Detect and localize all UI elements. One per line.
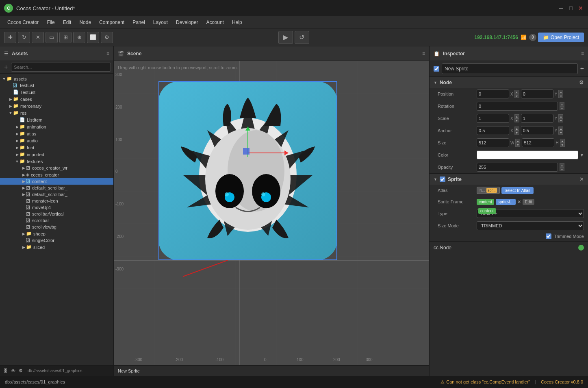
- frame-button[interactable]: ⬜: [87, 32, 99, 43]
- tree-arrow[interactable]: ▶: [8, 104, 13, 109]
- tree-arrow[interactable]: ▶: [15, 124, 20, 129]
- status-eye-icon[interactable]: 👁: [11, 368, 15, 373]
- anchor-y-spinner[interactable]: ▲ ▼: [558, 126, 563, 135]
- position-x-input[interactable]: [477, 89, 509, 98]
- tree-item-imported[interactable]: ▶ 📁 imported: [0, 151, 113, 158]
- tree-item-cases[interactable]: ▶ 📁 cases: [0, 96, 113, 102]
- position-y-spinner[interactable]: ▲ ▼: [558, 90, 563, 98]
- tree-item-res[interactable]: ▼ 📁 res: [0, 109, 113, 116]
- tree-arrow[interactable]: ▼: [8, 111, 13, 116]
- tree-item-scrollbar2[interactable]: ▶ 🖼 default_scrollbar_: [0, 191, 113, 198]
- tree-arrow[interactable]: ▶: [15, 138, 20, 143]
- tree-arrow[interactable]: ▶: [21, 172, 26, 177]
- tree-item-animation[interactable]: ▶ 📁 animation: [0, 123, 113, 130]
- size-w-input[interactable]: [477, 138, 509, 147]
- tree-item-scrollviewbg[interactable]: ▶ 🖼 scrollviewbg: [0, 224, 113, 230]
- tree-item-moveup1[interactable]: ▶ 🖼 moveUp1: [0, 204, 113, 211]
- grid-button[interactable]: ⊞: [59, 32, 72, 43]
- menu-developer[interactable]: Developer: [172, 18, 202, 27]
- tree-arrow[interactable]: ▶: [15, 152, 20, 157]
- menu-account[interactable]: Account: [202, 18, 228, 27]
- maximize-button[interactable]: □: [568, 5, 574, 11]
- tree-item-sliced[interactable]: ▶ 📁 sliced: [0, 244, 113, 251]
- color-swatch[interactable]: [477, 150, 578, 159]
- scale-x-up[interactable]: ▲: [514, 114, 519, 118]
- tree-arrow[interactable]: ▶: [15, 131, 20, 136]
- tree-arrow[interactable]: ▶: [21, 179, 26, 184]
- anchor-y-input[interactable]: [521, 126, 553, 135]
- menu-panel[interactable]: Panel: [128, 18, 149, 27]
- opacity-input[interactable]: [477, 163, 558, 172]
- transform-button[interactable]: ✕: [32, 32, 44, 43]
- menu-layout[interactable]: Layout: [149, 18, 172, 27]
- menu-edit[interactable]: Edit: [59, 18, 76, 27]
- tree-item-testlist-file[interactable]: ▶ 📄 TestList: [0, 89, 113, 96]
- tree-item-cocos-creator[interactable]: ▶ ◈ cocos_creator: [0, 171, 113, 178]
- tree-item-audio[interactable]: ▶ 📁 audio: [0, 137, 113, 144]
- select-in-atlas-button[interactable]: Select In Atlas: [501, 187, 534, 194]
- opacity-up[interactable]: ▲: [560, 163, 564, 167]
- menu-component[interactable]: Component: [95, 18, 128, 27]
- anchor-x-down[interactable]: ▼: [514, 131, 519, 135]
- tree-arrow[interactable]: ▶: [15, 145, 20, 150]
- anchor-x-spinner[interactable]: ▲ ▼: [514, 126, 519, 135]
- tree-item-assets[interactable]: ▼ 📁 assets: [0, 75, 113, 82]
- tree-arrow[interactable]: ▶: [21, 231, 26, 236]
- rotation-spinner[interactable]: ▲ ▼: [560, 102, 564, 110]
- assets-search-input[interactable]: [11, 63, 111, 72]
- position-y-input[interactable]: [521, 89, 553, 98]
- reload-button[interactable]: ↺: [295, 31, 309, 44]
- scene-viewport[interactable]: Drag with right mouse button to pan view…: [114, 61, 429, 365]
- tree-item-listitem[interactable]: ▶ 📄 ListItem: [0, 116, 113, 123]
- status-db-icon[interactable]: 🗄: [3, 368, 8, 373]
- inspector-panel-menu[interactable]: ≡: [581, 51, 584, 57]
- scale-y-down[interactable]: ▼: [558, 118, 563, 122]
- tree-arrow[interactable]: ▶: [21, 185, 26, 190]
- tree-item-scrollbar1[interactable]: ▶ 🖼 default_scrollbar_: [0, 185, 113, 191]
- status-settings-icon[interactable]: ⚙: [19, 368, 23, 373]
- scale-x-down[interactable]: ▼: [514, 118, 519, 122]
- tree-item-mercenary[interactable]: ▶ 📁 mercenary: [0, 102, 113, 109]
- scale-y-up[interactable]: ▲: [558, 114, 563, 118]
- plus-button[interactable]: ⊕: [73, 32, 85, 43]
- tree-item-monster-icon[interactable]: ▶ 🖼 monster-icon: [0, 198, 113, 204]
- size-w-up[interactable]: ▲: [515, 139, 520, 143]
- menu-help[interactable]: Help: [228, 18, 246, 27]
- sprite-section-checkbox[interactable]: [440, 177, 445, 182]
- position-y-up[interactable]: ▲: [558, 90, 563, 94]
- tree-arrow[interactable]: ▶: [21, 192, 26, 197]
- tree-arrow[interactable]: ▼: [2, 76, 7, 81]
- assets-panel-menu[interactable]: ≡: [106, 51, 109, 57]
- sprite-section-header[interactable]: ▼ Sprite ✕: [430, 174, 588, 185]
- tree-arrow[interactable]: ▼: [15, 159, 20, 164]
- rotation-input[interactable]: [477, 102, 558, 111]
- refresh-button[interactable]: ↻: [18, 32, 30, 43]
- tree-item-scrollbar[interactable]: ▶ 🖼 scrollbar: [0, 217, 113, 224]
- rect-button[interactable]: ▭: [46, 32, 58, 43]
- scale-y-spinner[interactable]: ▲ ▼: [558, 114, 563, 122]
- add-node-button[interactable]: ✚: [4, 32, 16, 43]
- tree-item-textures[interactable]: ▼ 📁 textures: [0, 158, 113, 165]
- tree-item-testlist-sprite[interactable]: ▶ 🖼 TestList: [0, 82, 113, 89]
- position-x-spinner[interactable]: ▲ ▼: [514, 90, 519, 98]
- open-project-button[interactable]: 📁 Open Project: [538, 33, 584, 42]
- tree-arrow[interactable]: ▶: [21, 166, 26, 170]
- scale-y-input[interactable]: [521, 114, 553, 123]
- trimmed-mode-checkbox[interactable]: [546, 233, 551, 239]
- size-h-up[interactable]: ▲: [560, 139, 565, 143]
- node-section-gear[interactable]: ⚙: [579, 79, 584, 85]
- sprite-frame-clear-button[interactable]: ✕: [517, 199, 521, 205]
- position-x-up[interactable]: ▲: [514, 90, 519, 94]
- scene-sprite[interactable]: [158, 81, 337, 260]
- node-active-checkbox[interactable]: [434, 66, 439, 72]
- sprite-frame-edit-button[interactable]: Edit: [523, 199, 534, 205]
- tree-arrow[interactable]: ▶: [8, 97, 13, 102]
- rotation-down[interactable]: ▼: [560, 106, 564, 110]
- size-h-down[interactable]: ▼: [560, 143, 565, 147]
- anchor-y-down[interactable]: ▼: [558, 131, 563, 135]
- tree-item-scrollbarvertical[interactable]: ▶ 🖼 scrollbarVertical: [0, 211, 113, 217]
- scale-x-input[interactable]: [477, 114, 509, 123]
- anchor-y-up[interactable]: ▲: [558, 126, 563, 131]
- opacity-down[interactable]: ▼: [560, 167, 564, 171]
- tree-arrow[interactable]: ▶: [21, 245, 26, 250]
